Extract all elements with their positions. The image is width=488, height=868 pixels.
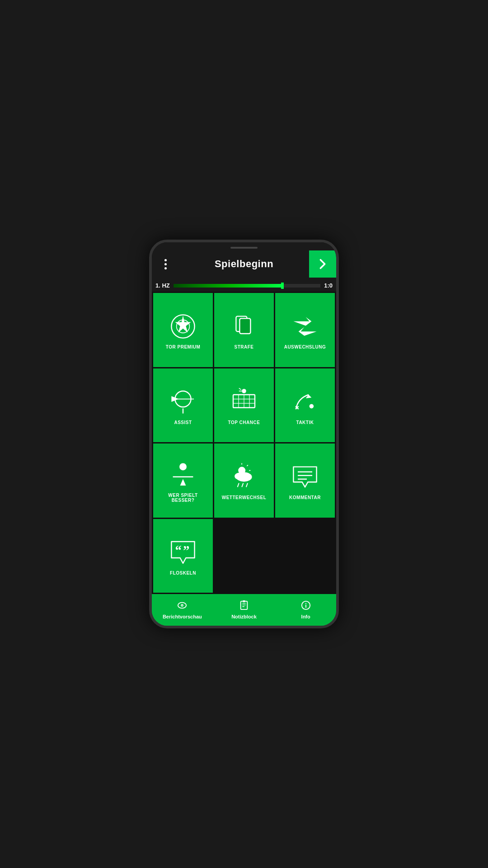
comment-icon (291, 462, 319, 491)
auswechslung-label: AUSWECHSLUNG (284, 344, 326, 349)
notizblock-label: Notizblock (231, 614, 257, 619)
phone-frame: Spielbeginn 1. HZ 1:0 TOR P (149, 240, 339, 628)
svg-point-32 (235, 473, 244, 480)
grid-item-wer-spielt-besser[interactable]: WER SPIELT BESSER? (153, 443, 213, 518)
tor-premium-label: TOR PREMIUM (166, 344, 200, 349)
empty-cell-1 (214, 519, 274, 593)
arrow-right-icon (316, 258, 329, 270)
svg-rect-48 (243, 600, 245, 602)
card-icon (230, 312, 258, 341)
svg-line-18 (239, 388, 241, 389)
half-label: 1. HZ (155, 282, 170, 289)
nav-berichtvorschau[interactable]: Berichtvorschau (152, 594, 213, 626)
progress-fill (174, 284, 284, 288)
dot3 (164, 267, 167, 269)
wetterwechsel-label: WETTERWECHSEL (222, 495, 267, 500)
assist-icon (169, 387, 197, 416)
grid-item-wetterwechsel[interactable]: WETTERWECHSEL (214, 443, 274, 518)
info-label: Info (301, 614, 310, 619)
page-title: Spielbeginn (179, 258, 309, 270)
grid-item-floskeln[interactable]: “ ” FLOSKELN (153, 519, 213, 593)
grid-item-taktik[interactable]: TAKTIK (275, 368, 335, 443)
assist-label: ASSIST (174, 420, 192, 425)
action-grid: TOR PREMIUM STRAFE AUSWECHSLUNG (152, 292, 336, 594)
berichtvorschau-label: Berichtvorschau (163, 614, 202, 619)
svg-point-24 (179, 463, 187, 470)
eye-icon (177, 600, 187, 613)
svg-marker-5 (293, 317, 311, 326)
info-icon (301, 600, 311, 613)
empty-cell-2 (275, 519, 335, 593)
player-comparison-icon (169, 460, 197, 489)
svg-marker-6 (299, 327, 317, 336)
wer-spielt-besser-label: WER SPIELT BESSER? (157, 493, 209, 503)
svg-text:”: ” (183, 543, 189, 557)
goal-icon (230, 387, 258, 416)
svg-point-23 (310, 404, 314, 409)
nav-notizblock[interactable]: Notizblock (214, 594, 275, 626)
grid-item-tor-premium[interactable]: TOR PREMIUM (153, 293, 213, 367)
svg-line-34 (242, 483, 243, 487)
nav-info[interactable]: Info (275, 594, 336, 626)
svg-point-17 (242, 389, 246, 393)
strafe-label: STRAFE (235, 344, 254, 349)
svg-rect-4 (239, 319, 250, 334)
svg-line-33 (238, 483, 239, 487)
dot1 (164, 259, 167, 261)
star-ball-icon (169, 312, 197, 341)
menu-button[interactable] (152, 255, 179, 273)
progress-track (174, 284, 320, 288)
substitution-icon (291, 312, 319, 341)
svg-line-35 (246, 483, 248, 487)
svg-rect-44 (241, 601, 248, 609)
bottom-navigation: Berichtvorschau Notizblock (152, 594, 336, 626)
tactic-icon (291, 387, 319, 416)
grid-item-assist[interactable]: ASSIST (153, 368, 213, 443)
svg-point-51 (305, 603, 306, 604)
svg-text:“: “ (175, 543, 181, 557)
progress-bar-section: 1. HZ 1:0 (152, 278, 336, 292)
next-button[interactable] (309, 250, 336, 278)
floskeln-label: FLOSKELN (170, 571, 196, 576)
quote-icon: “ ” (169, 538, 197, 567)
grid-item-top-chance[interactable]: TOP CHANCE (214, 368, 274, 443)
grid-item-kommentar[interactable]: KOMMENTAR (275, 443, 335, 518)
kommentar-label: KOMMENTAR (289, 495, 321, 500)
grid-item-strafe[interactable]: STRAFE (214, 293, 274, 367)
top-chance-label: TOP CHANCE (228, 420, 260, 425)
weather-icon (230, 462, 258, 491)
notepad-icon (239, 600, 249, 613)
taktik-label: TAKTIK (296, 420, 314, 425)
grid-item-auswechslung[interactable]: AUSWECHSLUNG (275, 293, 335, 367)
svg-line-29 (247, 465, 248, 466)
dot2 (164, 263, 167, 265)
score-label: 1:0 (324, 282, 333, 289)
progress-cursor (281, 283, 284, 289)
svg-marker-26 (180, 479, 186, 485)
header: Spielbeginn (152, 242, 336, 278)
svg-point-43 (182, 605, 183, 606)
